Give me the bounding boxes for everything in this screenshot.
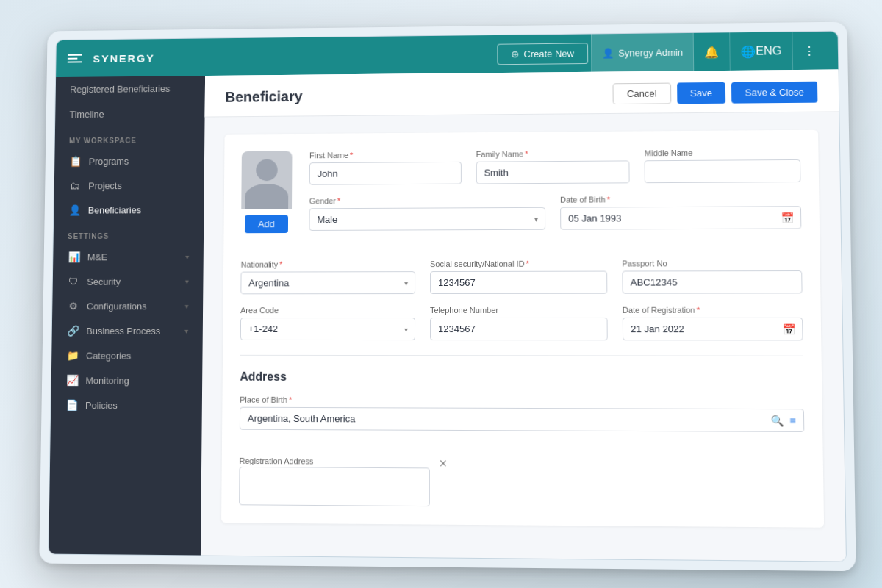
- gender-select[interactable]: Male Female Other: [309, 207, 546, 231]
- name-row: First Name* Family Name*: [309, 148, 801, 185]
- ssn-group: Social security/National ID*: [430, 259, 607, 295]
- header-actions: Cancel Save Save & Close: [613, 82, 818, 104]
- calendar-icon[interactable]: 📅: [782, 323, 795, 334]
- bell-icon: 🔔: [704, 45, 719, 59]
- my-workspace-section-label: MY WORKSPACE: [55, 126, 205, 149]
- fields-section: First Name* Family Name*: [309, 148, 801, 243]
- dots-icon: ⋮: [803, 43, 816, 57]
- programs-icon: 📋: [69, 156, 82, 168]
- monitoring-icon: 📈: [65, 374, 79, 386]
- address-section: Address Place of Birth* Argentina, South…: [239, 370, 806, 509]
- place-of-birth-group: Place of Birth* Argentina, South America…: [240, 395, 805, 445]
- phone-input[interactable]: [430, 318, 608, 340]
- middle-name-label: Middle Name: [645, 148, 800, 157]
- globe-icon: 🌐: [741, 44, 756, 58]
- business-process-icon: 🔗: [66, 325, 79, 337]
- address-divider: [240, 355, 803, 356]
- avatar: [241, 151, 292, 209]
- dob-input[interactable]: [560, 206, 801, 229]
- profile-section: Add First Name*: [241, 148, 802, 243]
- chevron-down-icon: ▾: [184, 327, 188, 335]
- language-selector[interactable]: 🌐 ENG: [731, 32, 794, 71]
- nationality-select-wrap: Argentina ▾: [240, 271, 415, 294]
- categories-icon: 📁: [66, 350, 79, 362]
- mne-icon: 📊: [68, 251, 81, 263]
- ssn-input[interactable]: [430, 271, 607, 294]
- place-of-birth-input[interactable]: Argentina, South America 🔍 ≡: [240, 407, 804, 432]
- place-icons: 🔍 ≡: [770, 415, 795, 426]
- first-name-label: First Name*: [309, 150, 462, 159]
- sidebar-item-programs[interactable]: 📋 Programs: [54, 148, 204, 174]
- dob-label: Date of Birth*: [560, 194, 801, 204]
- area-code-select-wrap: +1-242 ▾: [240, 318, 415, 340]
- app-body: Registered Beneficiaries Timeline MY WOR…: [49, 69, 846, 561]
- sidebar-item-beneficiaries[interactable]: 👤 Beneficiaries: [54, 197, 204, 222]
- reg-address-input[interactable]: [239, 467, 430, 506]
- middle-name-group: Middle Name: [645, 148, 801, 183]
- sidebar-item-categories[interactable]: 📁 Categories: [51, 343, 203, 368]
- save-close-button[interactable]: Save & Close: [731, 82, 817, 104]
- sidebar-item-configurations[interactable]: ⚙ Configurations ▾: [52, 293, 203, 318]
- dor-input[interactable]: [623, 318, 803, 341]
- settings-section-label: SETTINGS: [54, 222, 204, 245]
- create-new-button[interactable]: ⊕ Create New: [498, 43, 588, 65]
- add-photo-button[interactable]: Add: [245, 215, 287, 233]
- sidebar-item-registered-beneficiaries[interactable]: Registered Beneficiaries: [56, 76, 205, 102]
- save-button[interactable]: Save: [677, 82, 726, 104]
- personal-info-card: Add First Name*: [221, 130, 824, 528]
- user-icon: 👤: [602, 47, 614, 58]
- area-code-label: Area Code: [240, 306, 415, 315]
- topnav-actions: ⊕ Create New 👤 Synergy Admin 🔔 🌐 ENG: [498, 32, 826, 73]
- sidebar-item-mne[interactable]: 📊 M&E ▾: [53, 244, 204, 269]
- phone-group: Telephone Number: [430, 306, 608, 340]
- passport-group: Passport No: [622, 259, 802, 294]
- dob-wrap: 📅: [560, 206, 801, 229]
- hamburger-icon[interactable]: [68, 51, 87, 66]
- user-menu[interactable]: 👤 Synergy Admin: [591, 33, 695, 72]
- gender-group: Gender* Male Female Other: [309, 196, 546, 231]
- notifications-button[interactable]: 🔔: [694, 32, 731, 71]
- phone-label: Telephone Number: [430, 306, 608, 315]
- nationality-label: Nationality*: [241, 259, 415, 268]
- first-name-input[interactable]: [309, 162, 462, 185]
- list-icon[interactable]: ≡: [789, 415, 796, 426]
- nationality-select[interactable]: Argentina: [240, 271, 415, 294]
- reg-address-close-icon[interactable]: ✕: [439, 457, 448, 469]
- chevron-down-icon: ▾: [185, 302, 189, 310]
- more-menu-button[interactable]: ⋮: [792, 32, 826, 70]
- projects-icon: 🗂: [68, 180, 82, 192]
- search-icon[interactable]: 🔍: [770, 415, 784, 426]
- passport-input[interactable]: [622, 270, 802, 294]
- nationality-row: Nationality* Argentina ▾: [240, 259, 802, 295]
- contact-row: Area Code +1-242 ▾ Telepho: [240, 306, 803, 341]
- policies-icon: 📄: [65, 399, 79, 411]
- area-code-group: Area Code +1-242 ▾: [240, 306, 415, 340]
- beneficiaries-icon: 👤: [68, 204, 82, 216]
- family-name-label: Family Name*: [476, 148, 629, 158]
- page-title: Beneficiary: [225, 88, 303, 105]
- sidebar-item-security[interactable]: 🛡 Security ▾: [53, 269, 204, 294]
- sidebar-item-projects[interactable]: 🗂 Projects: [54, 173, 204, 198]
- gender-select-wrap: Male Female Other ▾: [309, 207, 546, 231]
- dor-wrap: 📅: [623, 318, 803, 341]
- gender-label: Gender*: [309, 196, 545, 205]
- passport-label: Passport No: [622, 259, 802, 268]
- dor-label: Date of Registration*: [623, 306, 803, 315]
- middle-name-input[interactable]: [645, 159, 801, 183]
- family-name-input[interactable]: [476, 160, 630, 184]
- sidebar-item-monitoring[interactable]: 📈 Monitoring: [51, 368, 203, 392]
- area-code-select[interactable]: +1-242: [240, 318, 415, 340]
- nationality-group: Nationality* Argentina ▾: [240, 259, 415, 294]
- cancel-button[interactable]: Cancel: [613, 83, 671, 104]
- reg-address-group: Registration Address ✕: [239, 453, 430, 506]
- calendar-icon[interactable]: 📅: [781, 212, 794, 223]
- logo: SYNERGY: [68, 47, 498, 66]
- reg-address-label: Registration Address: [240, 456, 314, 466]
- form-area: Add First Name*: [201, 112, 846, 561]
- main-content: Beneficiary Cancel Save Save & Close: [201, 69, 846, 561]
- security-icon: 🛡: [67, 276, 80, 287]
- family-name-group: Family Name*: [476, 148, 630, 184]
- sidebar-item-business-process[interactable]: 🔗 Business Process ▾: [52, 318, 203, 343]
- sidebar-item-policies[interactable]: 📄 Policies: [51, 392, 202, 418]
- sidebar-item-timeline[interactable]: Timeline: [55, 101, 205, 127]
